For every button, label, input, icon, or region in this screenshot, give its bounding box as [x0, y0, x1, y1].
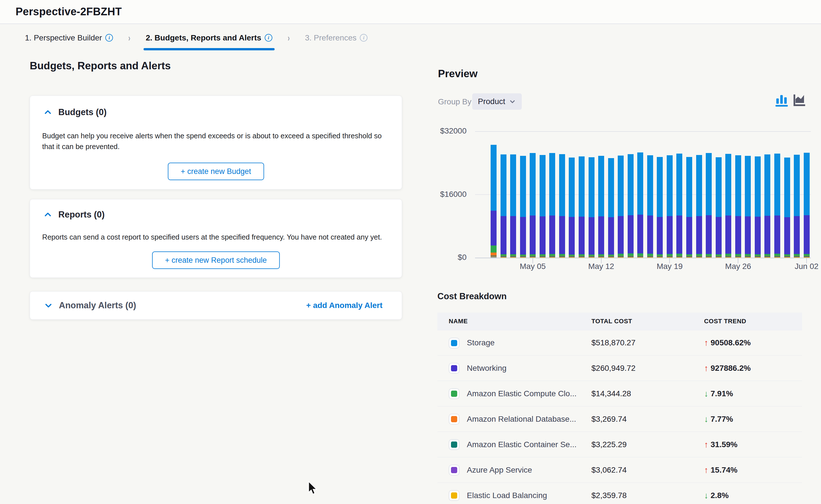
stacked-bar — [491, 145, 496, 258]
chevron-right-icon: › — [288, 32, 290, 43]
x-axis-label: May 05 — [513, 262, 553, 271]
stacked-bar — [667, 155, 673, 258]
app-window: Perspective-2FBZHT 1. Perspective Builde… — [0, 0, 821, 504]
x-axis-label: May 19 — [650, 262, 689, 271]
info-icon[interactable]: i — [360, 34, 368, 42]
stacked-bar — [530, 153, 536, 258]
series-color-swatch — [449, 363, 459, 374]
group-by-dropdown[interactable]: Product — [472, 93, 522, 110]
series-color-swatch — [449, 338, 459, 348]
stacked-bar — [569, 158, 575, 258]
row-total-cost: $518,870.27 — [591, 338, 636, 347]
wizard-tabs: 1. Perspective Builder i › 2. Budgets, R… — [0, 25, 821, 51]
stacked-bar — [716, 157, 722, 258]
cost-breakdown-row: Amazon Elastic Container Se...$3,225.29↑… — [437, 432, 802, 457]
trend-arrow-icon: ↓ — [704, 389, 708, 399]
anomaly-alerts-title: Anomaly Alerts (0) — [59, 300, 136, 311]
gridline — [475, 131, 811, 132]
info-icon[interactable]: i — [105, 34, 113, 42]
area-chart-icon[interactable] — [793, 93, 806, 107]
trend-arrow-icon: ↓ — [704, 491, 708, 500]
trend-arrow-icon: ↑ — [704, 363, 708, 373]
column-header-total-cost: TOTAL COST — [591, 318, 632, 325]
stacked-bar — [618, 156, 624, 258]
trend-arrow-icon: ↑ — [704, 465, 708, 475]
row-total-cost: $260,949.72 — [591, 364, 636, 373]
stacked-bar — [706, 153, 712, 258]
add-anomaly-alert-link[interactable]: + add Anomaly Alert — [306, 301, 382, 310]
cost-breakdown-row: Amazon Elastic Compute Clo...$14,344.28↓… — [437, 381, 802, 406]
reports-title: Reports (0) — [58, 210, 105, 220]
y-axis-label: $32000 — [416, 126, 467, 135]
stacked-bar — [784, 158, 790, 258]
series-color-swatch — [449, 388, 459, 399]
cost-breakdown-row: Networking$260,949.72↑927886.2% — [437, 356, 802, 381]
row-name: Amazon Elastic Container Se... — [467, 440, 577, 449]
stacked-bar — [794, 155, 800, 258]
budgets-title: Budgets (0) — [58, 107, 107, 117]
stacked-bar — [500, 154, 506, 258]
x-axis-line — [475, 258, 811, 258]
stacked-bar — [559, 154, 565, 258]
stacked-bar — [755, 156, 761, 258]
row-cost-trend: ↑90508.62% — [704, 338, 751, 348]
row-cost-trend: ↓7.77% — [704, 414, 733, 424]
series-color-swatch — [449, 414, 459, 425]
mouse-cursor — [308, 481, 321, 496]
trend-arrow-icon: ↑ — [704, 440, 708, 449]
row-cost-trend: ↑927886.2% — [704, 363, 751, 373]
group-by-label: Group By — [438, 97, 471, 106]
chevron-right-icon: › — [128, 32, 130, 43]
anomaly-alerts-card: Anomaly Alerts (0) + add Anomaly Alert — [30, 291, 402, 320]
tab-perspective-builder[interactable]: 1. Perspective Builder i — [23, 25, 115, 51]
x-axis-label: Jun 02 — [787, 262, 821, 271]
row-total-cost: $3,269.74 — [591, 415, 627, 424]
cost-breakdown-heading: Cost Breakdown — [437, 291, 507, 301]
budgets-description: Budget can help you receive alerts when … — [42, 130, 392, 152]
chevron-up-icon[interactable] — [44, 210, 52, 219]
table-header-row: NAME TOTAL COST COST TREND — [437, 313, 802, 330]
cost-breakdown-row: Azure App Service$3,062.74↑15.74% — [437, 457, 802, 483]
stacked-bar — [588, 157, 594, 258]
chevron-up-icon[interactable] — [44, 108, 52, 117]
stacked-bar — [804, 153, 810, 258]
row-total-cost: $3,225.29 — [591, 440, 627, 449]
stacked-bar — [735, 155, 741, 258]
chevron-down-icon[interactable] — [44, 301, 53, 310]
stacked-bar — [628, 154, 634, 258]
y-axis-label: $16000 — [416, 190, 467, 199]
cost-breakdown-row: Elastic Load Balancing$2,359.78↓2.8% — [437, 483, 802, 504]
chart-type-toggles — [775, 93, 806, 107]
row-total-cost: $3,062.74 — [591, 466, 627, 475]
row-cost-trend: ↓2.8% — [704, 491, 729, 500]
x-axis-label: May 12 — [581, 262, 621, 271]
row-total-cost: $14,344.28 — [591, 389, 631, 398]
budgets-card: Budgets (0) Budget can help you receive … — [30, 96, 402, 189]
tab-budgets-reports-alerts[interactable]: 2. Budgets, Reports and Alerts i — [143, 25, 275, 51]
row-total-cost: $2,359.78 — [591, 491, 627, 500]
column-header-name: NAME — [449, 318, 468, 325]
stacked-bar — [647, 155, 653, 258]
cost-breakdown-table: NAME TOTAL COST COST TREND Storage$518,8… — [437, 313, 802, 504]
cost-preview-chart: May 05May 12May 19May 26Jun 02 — [475, 131, 811, 258]
stacked-bar — [745, 156, 751, 258]
tab-preferences[interactable]: 3. Preferences i — [303, 25, 370, 51]
create-report-schedule-button[interactable]: + create new Report schedule — [152, 251, 280, 269]
stacked-bar — [539, 155, 545, 258]
cost-breakdown-row: Storage$518,870.27↑90508.62% — [437, 330, 802, 356]
bar-chart-icon[interactable] — [775, 93, 788, 107]
stacked-bar — [725, 154, 731, 258]
info-icon[interactable]: i — [265, 34, 272, 42]
section-heading: Budgets, Reports and Alerts — [30, 60, 171, 72]
row-cost-trend: ↑31.59% — [704, 440, 738, 449]
series-color-swatch — [449, 439, 459, 450]
page-title: Perspective-2FBZHT — [16, 6, 122, 18]
reports-card: Reports (0) Reports can send a cost repo… — [30, 199, 402, 278]
stacked-bar — [579, 156, 584, 258]
create-budget-button[interactable]: + create new Budget — [167, 163, 264, 180]
preview-heading: Preview — [438, 68, 478, 80]
stacked-bar — [608, 158, 614, 258]
header: Perspective-2FBZHT — [0, 0, 821, 24]
trend-arrow-icon: ↓ — [704, 414, 708, 424]
stacked-bar — [637, 152, 643, 258]
